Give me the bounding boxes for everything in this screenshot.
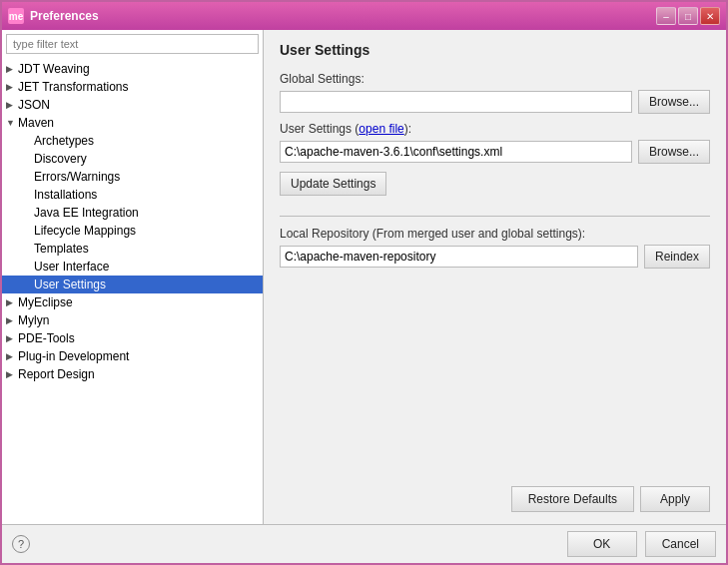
tree-item-jdt-weaving[interactable]: ▶JDT Weaving <box>2 60 263 78</box>
user-settings-input[interactable] <box>280 141 632 163</box>
panel-title: User Settings <box>280 42 710 58</box>
tree-label-jet-transformations: JET Transformations <box>18 80 128 94</box>
tree-item-installations[interactable]: Installations <box>2 186 263 204</box>
help-icon[interactable]: ? <box>12 535 30 553</box>
tree-item-archetypes[interactable]: Archetypes <box>2 132 263 150</box>
main-content: ▶JDT Weaving▶JET Transformations▶JSON▼Ma… <box>2 30 726 524</box>
window-title: Preferences <box>30 9 650 23</box>
tree-label-myeclipse: MyEclipse <box>18 295 73 309</box>
restore-defaults-button[interactable]: Restore Defaults <box>511 486 634 512</box>
tree-label-templates: Templates <box>34 242 89 256</box>
tree-label-installations: Installations <box>34 188 97 202</box>
tree-item-maven[interactable]: ▼Maven <box>2 114 263 132</box>
window-controls: – □ ✕ <box>656 7 720 25</box>
tree-label-user-interface: User Interface <box>34 260 109 274</box>
preferences-window: me Preferences – □ ✕ ▶JDT Weaving▶JET Tr… <box>0 0 728 565</box>
tree-label-mylyn: Mylyn <box>18 313 49 327</box>
tree-label-errors-warnings: Errors/Warnings <box>34 170 120 184</box>
local-repo-input[interactable] <box>280 246 638 268</box>
tree-item-jet-transformations[interactable]: ▶JET Transformations <box>2 78 263 96</box>
reindex-button[interactable]: Reindex <box>644 245 710 269</box>
maximize-button[interactable]: □ <box>678 7 698 25</box>
local-repo-label: Local Repository (From merged user and g… <box>280 227 710 241</box>
tree-label-jdt-weaving: JDT Weaving <box>18 62 90 76</box>
apply-button[interactable]: Apply <box>640 486 710 512</box>
user-settings-label: User Settings (open file): <box>280 122 710 136</box>
tree-label-user-settings: User Settings <box>34 278 106 291</box>
tree-container: ▶JDT Weaving▶JET Transformations▶JSON▼Ma… <box>2 58 263 524</box>
tree-label-lifecycle-mappings: Lifecycle Mappings <box>34 224 136 238</box>
tree-item-mylyn[interactable]: ▶Mylyn <box>2 311 263 329</box>
tree-label-archetypes: Archetypes <box>34 134 94 148</box>
tree-arrow-json: ▶ <box>6 100 18 110</box>
user-browse-button[interactable]: Browse... <box>638 140 710 164</box>
global-settings-input[interactable] <box>280 91 632 113</box>
title-bar: me Preferences – □ ✕ <box>2 2 726 30</box>
global-browse-button[interactable]: Browse... <box>638 90 710 114</box>
tree-arrow-myeclipse: ▶ <box>6 297 18 307</box>
tree-item-pde-tools[interactable]: ▶PDE-Tools <box>2 329 263 347</box>
user-settings-row: Browse... <box>280 140 710 164</box>
footer-bar: ? OK Cancel <box>2 524 726 563</box>
tree-label-pde-tools: PDE-Tools <box>18 331 75 345</box>
tree-item-myeclipse[interactable]: ▶MyEclipse <box>2 293 263 311</box>
global-settings-row: Browse... <box>280 90 710 114</box>
tree-label-maven: Maven <box>18 116 54 130</box>
tree-item-json[interactable]: ▶JSON <box>2 96 263 114</box>
tree-arrow-jet-transformations: ▶ <box>6 82 18 92</box>
tree-label-java-ee-integration: Java EE Integration <box>34 206 139 220</box>
tree-label-json: JSON <box>18 98 50 112</box>
tree-item-report-design[interactable]: ▶Report Design <box>2 365 263 383</box>
tree-item-java-ee-integration[interactable]: Java EE Integration <box>2 204 263 222</box>
tree-arrow-plug-in-development: ▶ <box>6 351 18 361</box>
ok-button[interactable]: OK <box>567 531 637 557</box>
tree-label-plug-in-development: Plug-in Development <box>18 349 129 363</box>
tree-item-user-settings[interactable]: User Settings <box>2 276 263 293</box>
tree-item-errors-warnings[interactable]: Errors/Warnings <box>2 168 263 186</box>
tree-item-plug-in-development[interactable]: ▶Plug-in Development <box>2 347 263 365</box>
tree-arrow-report-design: ▶ <box>6 369 18 379</box>
global-settings-label: Global Settings: <box>280 72 710 86</box>
close-button[interactable]: ✕ <box>700 7 720 25</box>
cancel-button[interactable]: Cancel <box>645 531 716 557</box>
tree-item-lifecycle-mappings[interactable]: Lifecycle Mappings <box>2 222 263 240</box>
tree-list: ▶JDT Weaving▶JET Transformations▶JSON▼Ma… <box>2 58 263 524</box>
tree-arrow-mylyn: ▶ <box>6 315 18 325</box>
right-panel: User Settings Global Settings: Browse...… <box>264 30 726 524</box>
minimize-button[interactable]: – <box>656 7 676 25</box>
divider <box>280 216 710 217</box>
app-icon: me <box>8 8 24 24</box>
left-panel: ▶JDT Weaving▶JET Transformations▶JSON▼Ma… <box>2 30 264 524</box>
tree-item-discovery[interactable]: Discovery <box>2 150 263 168</box>
tree-arrow-maven: ▼ <box>6 118 18 128</box>
tree-label-report-design: Report Design <box>18 367 95 381</box>
update-settings-button[interactable]: Update Settings <box>280 172 386 196</box>
filter-input[interactable] <box>6 34 259 54</box>
open-file-link[interactable]: open file <box>359 122 403 136</box>
tree-arrow-pde-tools: ▶ <box>6 333 18 343</box>
tree-arrow-jdt-weaving: ▶ <box>6 64 18 74</box>
tree-item-templates[interactable]: Templates <box>2 240 263 258</box>
tree-label-discovery: Discovery <box>34 152 87 166</box>
local-repo-row: Reindex <box>280 245 710 269</box>
tree-item-user-interface[interactable]: User Interface <box>2 258 263 276</box>
